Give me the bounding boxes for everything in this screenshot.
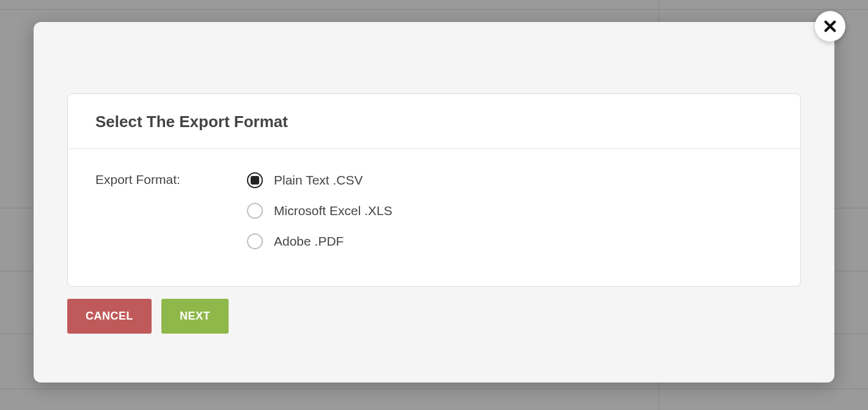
radio-option-pdf[interactable]: Adobe .PDF bbox=[247, 233, 392, 249]
radio-label: Plain Text .CSV bbox=[274, 173, 363, 188]
radio-label: Adobe .PDF bbox=[274, 234, 344, 249]
radio-icon bbox=[247, 172, 263, 188]
close-icon bbox=[823, 20, 837, 33]
radio-option-xls[interactable]: Microsoft Excel .XLS bbox=[247, 203, 392, 219]
radio-label: Microsoft Excel .XLS bbox=[274, 203, 392, 218]
dialog-button-row: CANCEL NEXT bbox=[67, 299, 229, 334]
next-button[interactable]: NEXT bbox=[161, 299, 229, 334]
card-body: Export Format: Plain Text .CSV Microsoft… bbox=[68, 149, 800, 286]
export-dialog: Select The Export Format Export Format: … bbox=[34, 22, 834, 383]
close-button[interactable] bbox=[815, 11, 845, 42]
dialog-title: Select The Export Format bbox=[95, 112, 773, 131]
radio-icon bbox=[247, 233, 263, 249]
card-header: Select The Export Format bbox=[68, 94, 800, 149]
export-format-card: Select The Export Format Export Format: … bbox=[67, 93, 801, 287]
radio-icon bbox=[247, 203, 263, 219]
export-format-label: Export Format: bbox=[95, 172, 247, 249]
cancel-button[interactable]: CANCEL bbox=[67, 299, 152, 334]
export-format-radio-group: Plain Text .CSV Microsoft Excel .XLS Ado… bbox=[247, 172, 392, 249]
radio-option-csv[interactable]: Plain Text .CSV bbox=[247, 172, 392, 188]
